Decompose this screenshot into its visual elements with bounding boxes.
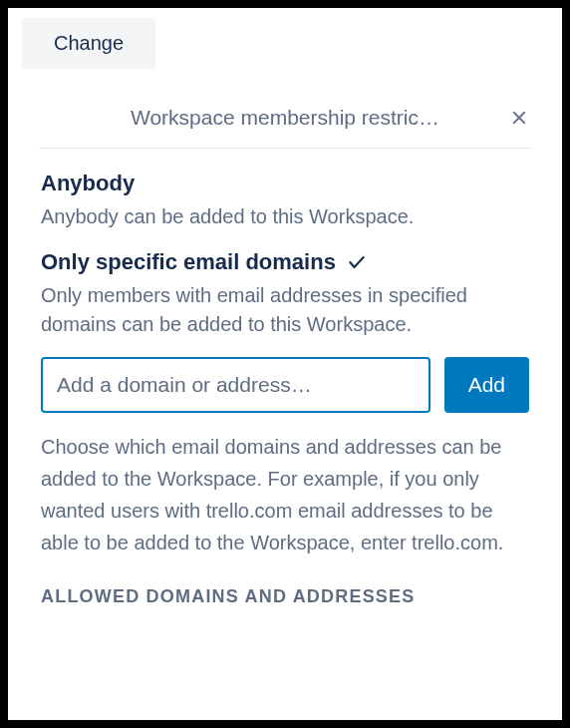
allowed-domains-header: ALLOWED DOMAINS AND ADDRESSES xyxy=(41,586,529,607)
option-anybody[interactable]: Anybody Anybody can be added to this Wor… xyxy=(41,171,529,231)
option-specific-desc: Only members with email addresses in spe… xyxy=(41,281,529,339)
option-specific-title: Only specific email domains xyxy=(41,249,336,275)
popover-header: Workspace membership restric… xyxy=(39,88,531,149)
option-anybody-title: Anybody xyxy=(41,171,529,196)
add-button[interactable]: Add xyxy=(444,357,529,413)
helper-text: Choose which email domains and addresses… xyxy=(41,431,529,558)
check-icon xyxy=(346,252,368,272)
popover-title: Workspace membership restric… xyxy=(131,106,439,130)
option-specific-domains[interactable]: Only specific email domains Only members… xyxy=(41,249,529,339)
membership-popover: Workspace membership restric… Anybody An… xyxy=(22,87,548,608)
change-button[interactable]: Change xyxy=(22,18,155,69)
option-anybody-desc: Anybody can be added to this Workspace. xyxy=(41,202,529,231)
close-icon[interactable] xyxy=(507,106,531,130)
domain-input[interactable] xyxy=(41,357,430,413)
